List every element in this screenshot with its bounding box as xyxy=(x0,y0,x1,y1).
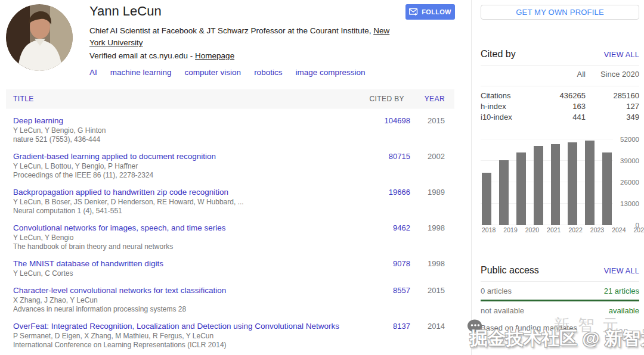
chart-y-axis: 013000260003900052000 xyxy=(613,137,639,225)
publication-info: Convolutional networks for images, speec… xyxy=(13,223,363,251)
publication-cited-count-link[interactable]: 80715 xyxy=(363,151,410,180)
stat-value-since: 285160 xyxy=(586,91,639,100)
table-row: Convolutional networks for images, speec… xyxy=(13,223,445,251)
sort-by-cited-header[interactable]: CITED BY xyxy=(357,95,404,103)
divider xyxy=(481,86,639,86)
chart-bar[interactable] xyxy=(499,160,509,225)
cited-by-view-all-link[interactable]: VIEW ALL xyxy=(604,51,639,59)
public-access-counts: 0 articles 21 articles xyxy=(481,287,639,295)
stat-value-all: 163 xyxy=(538,102,586,111)
stat-value-since: 349 xyxy=(586,113,639,122)
interest-tag[interactable]: AI xyxy=(89,68,97,77)
sidebar: GET MY OWN PROFILE Cited by VIEW ALL All… xyxy=(481,5,639,332)
publication-authors: Y LeCun, C Cortes xyxy=(13,269,357,278)
follow-button[interactable]: FOLLOW xyxy=(405,4,455,20)
get-my-own-profile-button[interactable]: GET MY OWN PROFILE xyxy=(481,5,639,20)
publication-info: Deep learningY LeCun, Y Bengio, G Hinton… xyxy=(13,116,363,144)
chart-x-tick-label: 2023 xyxy=(590,226,604,233)
interest-tag[interactable]: computer vision xyxy=(185,68,242,77)
stats-col-since: Since 2020 xyxy=(586,70,639,80)
not-available-label: not available xyxy=(481,306,524,315)
public-access-section-header: Public access VIEW ALL xyxy=(481,265,639,276)
chart-bar[interactable] xyxy=(602,152,612,225)
table-row: Backpropagation applied to handwritten z… xyxy=(13,187,445,216)
profile-name: Yann LeCun xyxy=(89,4,459,19)
sort-by-title-header[interactable]: TITLE xyxy=(13,95,357,103)
chart-y-tick-label: 0 xyxy=(636,222,639,229)
publication-year: 2002 xyxy=(410,151,445,180)
table-row: The MNIST database of handwritten digits… xyxy=(13,259,445,278)
interest-tag[interactable]: robotics xyxy=(254,68,282,77)
available-count: 21 articles xyxy=(604,287,639,295)
publication-title-link[interactable]: OverFeat: Integrated Recognition, Locali… xyxy=(13,321,357,332)
table-row: OverFeat: Integrated Recognition, Locali… xyxy=(13,321,445,350)
publication-authors: X Zhang, J Zhao, Y LeCun xyxy=(13,296,357,305)
chart-y-tick-label: 26000 xyxy=(620,179,639,186)
publication-authors: Y LeCun, B Boser, JS Denker, D Henderson… xyxy=(13,198,357,207)
scholar-profile-page: Yann LeCun Chief AI Scientist at Faceboo… xyxy=(0,0,644,355)
chart-bar[interactable] xyxy=(482,173,491,225)
chart-x-tick-label: 2021 xyxy=(547,226,561,233)
publication-title-link[interactable]: Deep learning xyxy=(13,116,357,126)
publication-venue: Advances in neural information processin… xyxy=(13,305,357,314)
sort-by-year-header[interactable]: YEAR xyxy=(404,95,445,103)
chart-x-labels: 20182019202020212022202320242025 xyxy=(482,226,612,233)
chart-bar[interactable] xyxy=(534,146,543,225)
table-row: Character-level convolutional networks f… xyxy=(13,285,445,314)
chart-x-tick-label: 2020 xyxy=(525,226,539,233)
publication-title-link[interactable]: The MNIST database of handwritten digits xyxy=(13,259,357,269)
public-access-title: Public access xyxy=(481,265,539,276)
interest-tag[interactable]: image compression xyxy=(295,68,365,77)
stat-value-all: 441 xyxy=(538,113,586,122)
publication-info: OverFeat: Integrated Recognition, Locali… xyxy=(13,321,363,350)
publication-title-link[interactable]: Character-level convolutional networks f… xyxy=(13,285,357,296)
chart-bar[interactable] xyxy=(585,141,595,225)
publications-table: TITLE CITED BY YEAR Deep learningY LeCun… xyxy=(6,89,454,355)
divider xyxy=(481,65,639,66)
follow-envelope-icon xyxy=(409,8,418,16)
publication-title-link[interactable]: Backpropagation applied to handwritten z… xyxy=(13,187,357,198)
publication-title-link[interactable]: Convolutional networks for images, speec… xyxy=(13,223,357,233)
chart-x-tick-label: 2019 xyxy=(503,226,517,233)
chart-bar[interactable] xyxy=(551,144,561,225)
publication-info: Gradient-based learning applied to docum… xyxy=(13,151,363,180)
chart-bar[interactable] xyxy=(568,142,577,225)
publication-cited-count-link[interactable]: 8557 xyxy=(363,285,410,314)
publication-year: 2014 xyxy=(410,321,445,350)
publication-year: 2015 xyxy=(410,285,445,314)
chart-plot-area: 20182019202020212022202320242025 xyxy=(481,137,613,225)
profile-header: Yann LeCun Chief AI Scientist at Faceboo… xyxy=(89,4,459,77)
publication-venue: The handbook of brain theory and neural … xyxy=(13,242,357,251)
chart-x-tick-label: 2024 xyxy=(612,226,626,233)
publications-rows: Deep learningY LeCun, Y Bengio, G Hinton… xyxy=(6,108,454,350)
available-label: available xyxy=(609,306,639,315)
publication-cited-count-link[interactable]: 104698 xyxy=(363,116,410,144)
stat-value-all: 436265 xyxy=(538,91,586,100)
stats-row: i10-index441349 xyxy=(481,111,639,122)
publication-cited-count-link[interactable]: 9078 xyxy=(363,259,410,278)
cited-by-title: Cited by xyxy=(481,49,516,60)
public-access-progress-bar xyxy=(481,300,639,301)
verified-email: Verified email at cs.nyu.edu - Homepage xyxy=(89,50,459,62)
profile-photo[interactable] xyxy=(6,4,73,71)
chart-bar[interactable] xyxy=(516,152,526,225)
publication-year: 1989 xyxy=(410,187,445,216)
interest-tag[interactable]: machine learning xyxy=(110,68,172,77)
verified-email-text: Verified email at cs.nyu.edu - xyxy=(89,51,195,60)
citation-stats: Citations436265285160h-index163127i10-in… xyxy=(481,90,639,122)
public-access-view-all-link[interactable]: VIEW ALL xyxy=(604,267,639,275)
publication-cited-count-link[interactable]: 8137 xyxy=(363,321,410,350)
stat-label: i10-index xyxy=(481,113,538,122)
chart-x-tick-label: 2022 xyxy=(568,226,582,233)
publication-title-link[interactable]: Gradient-based learning applied to docum… xyxy=(13,151,357,162)
homepage-link[interactable]: Homepage xyxy=(195,51,234,60)
publication-cited-count-link[interactable]: 19666 xyxy=(363,187,410,216)
publication-authors: P Sermanet, D Eigen, X Zhang, M Mathieu,… xyxy=(13,332,357,341)
publication-authors: Y LeCun, Y Bengio xyxy=(13,233,357,242)
stat-value-since: 127 xyxy=(586,102,639,111)
publication-venue: nature 521 (7553), 436-444 xyxy=(13,135,357,144)
chart-x-tick-label: 2018 xyxy=(482,226,496,233)
table-row: Gradient-based learning applied to docum… xyxy=(13,151,445,180)
publication-cited-count-link[interactable]: 9462 xyxy=(363,223,410,251)
publication-venue: Neural computation 1 (4), 541-551 xyxy=(13,207,357,216)
